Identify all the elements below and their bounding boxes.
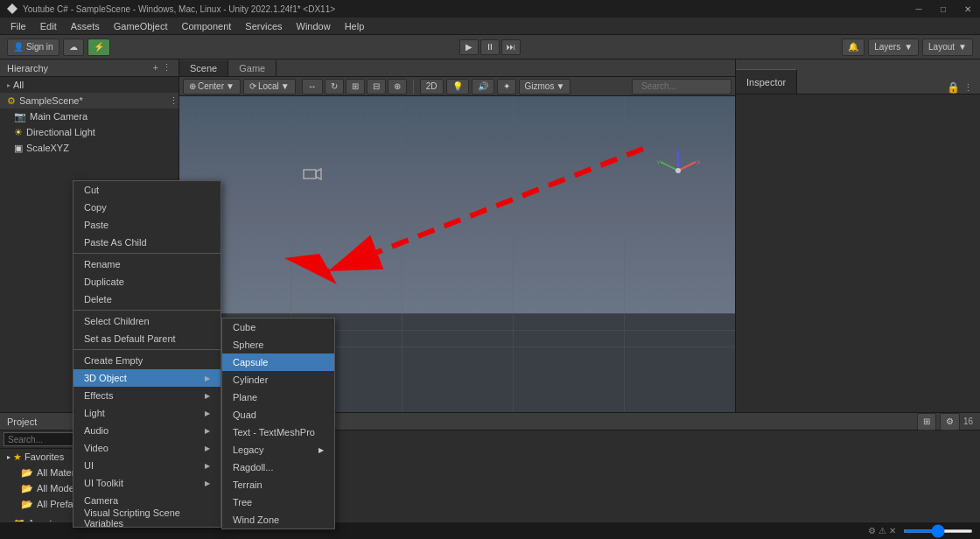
svg-text:X: X	[696, 158, 700, 166]
hierarchy-item-camera[interactable]: 📷 Main Camera	[0, 108, 178, 124]
ctx-paste-as-child[interactable]: Paste As Child	[74, 234, 220, 251]
ctx-cut[interactable]: Cut	[74, 181, 220, 199]
hierarchy-arrow-icon: ▸	[7, 81, 10, 89]
asset-settings[interactable]: ⚙	[940, 413, 960, 430]
ctx-sep-2	[74, 310, 220, 311]
sub-capsule[interactable]: Capsule	[222, 354, 334, 371]
ctx-sep-3	[74, 349, 220, 350]
transform-tool-all[interactable]: ⊕	[388, 79, 407, 94]
tab-scene[interactable]: Scene	[179, 60, 228, 76]
step-button[interactable]: ⏭	[501, 39, 521, 55]
hierarchy-item-scalexyz[interactable]: ▣ ScaleXYZ	[0, 140, 178, 156]
menu-component[interactable]: Component	[174, 18, 238, 34]
transform-tool-rotate[interactable]: ↻	[325, 79, 344, 94]
ctx-video-arrow: ▶	[205, 444, 210, 452]
sub-sphere[interactable]: Sphere	[222, 336, 334, 354]
layers-label: Layers	[874, 42, 900, 52]
sub-terrain[interactable]: Terrain	[222, 476, 334, 494]
inspector-lock-icon[interactable]: 🔒	[947, 81, 960, 94]
collab-icon[interactable]: 🔔	[842, 38, 864, 56]
sub-tree[interactable]: Tree	[222, 494, 334, 511]
scene-lighting[interactable]: 💡	[446, 79, 469, 94]
ctx-video[interactable]: Video ▶	[74, 439, 220, 457]
hierarchy-header: Hierarchy + ⋮	[0, 60, 178, 77]
center-local-toggle[interactable]: ⊕ Center ▼	[183, 79, 241, 94]
tab-game[interactable]: Game	[228, 60, 276, 76]
ctx-3d-object[interactable]: 3D Object ▶	[74, 369, 220, 387]
hierarchy-add-icon[interactable]: +	[153, 62, 158, 74]
scene-audio[interactable]: 🔊	[472, 79, 494, 94]
hierarchy-item-all[interactable]: ▸ All	[0, 77, 178, 93]
ctx-light[interactable]: Light ▶	[74, 404, 220, 422]
ctx-set-default-parent[interactable]: Set as Default Parent	[74, 330, 220, 347]
title-bar: Youtube C# - SampleScene - Windows, Mac,…	[0, 0, 980, 18]
ctx-ui[interactable]: UI ▶	[74, 457, 220, 474]
account-button[interactable]: 👤 Sign in	[7, 38, 60, 56]
scene-view-mode[interactable]: 2D	[420, 79, 444, 94]
sub-quad[interactable]: Quad	[222, 406, 334, 424]
scene-fx[interactable]: ✦	[497, 79, 516, 94]
sub-ragdoll[interactable]: Ragdoll...	[222, 458, 334, 476]
hierarchy-menu-icon[interactable]: ⋮	[162, 62, 172, 74]
hierarchy-item-light[interactable]: ☀ Directional Light	[0, 124, 178, 140]
ctx-select-children[interactable]: Select Children	[74, 312, 220, 330]
menu-services[interactable]: Services	[238, 18, 289, 34]
menu-edit[interactable]: Edit	[33, 18, 64, 34]
sub-textmeshpro[interactable]: Text - TextMeshPro	[222, 424, 334, 441]
menu-file[interactable]: File	[4, 18, 33, 34]
pause-button[interactable]: ⏸	[480, 39, 500, 55]
menu-gameobject[interactable]: GameObject	[107, 18, 175, 34]
hierarchy-item-scene[interactable]: ⚙ SampleScene* ⋮	[0, 93, 178, 108]
cloud-button[interactable]: ☁	[63, 38, 84, 56]
minimize-button[interactable]: ─	[906, 0, 931, 18]
asset-view-toggle[interactable]: ⊞	[917, 413, 936, 430]
svg-line-2	[678, 162, 696, 171]
sub-legacy[interactable]: Legacy ▶	[222, 441, 334, 458]
ctx-duplicate[interactable]: Duplicate	[74, 273, 220, 290]
ctx-create-empty[interactable]: Create Empty	[74, 352, 220, 369]
hierarchy-panel: Hierarchy + ⋮ ▸ All ⚙ SampleScene* ⋮ 📷 M…	[0, 60, 179, 430]
transform-tool-rect[interactable]: ⊟	[367, 79, 386, 94]
sub-wind-zone[interactable]: Wind Zone	[222, 511, 334, 528]
transform-tool-move[interactable]: ↔	[302, 79, 323, 94]
scene-search[interactable]	[632, 79, 732, 94]
layout-dropdown[interactable]: Layout ▼	[922, 38, 973, 56]
maximize-button[interactable]: □	[931, 0, 956, 18]
hierarchy-scene-menu[interactable]: ⋮	[169, 95, 178, 107]
ctx-effects-arrow: ▶	[205, 392, 210, 400]
close-button[interactable]: ✕	[956, 0, 980, 18]
scalexyz-icon: ▣	[14, 143, 23, 154]
svg-rect-0	[304, 170, 316, 178]
layers-dropdown[interactable]: Layers ▼	[868, 38, 919, 56]
collab-button[interactable]: ⚡	[88, 38, 110, 56]
favorites-label: Favorites	[24, 452, 64, 462]
ctx-delete[interactable]: Delete	[74, 290, 220, 308]
menu-assets[interactable]: Assets	[64, 18, 107, 34]
transform-tool-scale[interactable]: ⊞	[346, 79, 365, 94]
menu-help[interactable]: Help	[338, 18, 372, 34]
ctx-light-arrow: ▶	[205, 410, 210, 417]
main-content: Hierarchy + ⋮ ▸ All ⚙ SampleScene* ⋮ 📷 M…	[0, 60, 980, 430]
ctx-ui-toolkit[interactable]: UI Toolkit ▶	[74, 474, 220, 492]
ctx-paste[interactable]: Paste	[74, 216, 220, 234]
status-icons: ⚙ ⚠ ✕	[868, 526, 896, 536]
ctx-visual-scripting[interactable]: Visual Scripting Scene Variables	[74, 509, 220, 527]
ctx-camera[interactable]: Camera	[74, 492, 220, 509]
ctx-effects[interactable]: Effects ▶	[74, 387, 220, 404]
grid-h-1	[179, 313, 735, 314]
play-button[interactable]: ▶	[459, 39, 479, 55]
scene-search-input[interactable]	[638, 80, 725, 94]
sub-cylinder[interactable]: Cylinder	[222, 371, 334, 388]
local-toggle[interactable]: ⟳ Local ▼	[243, 79, 296, 94]
scene-gizmos[interactable]: Gizmos ▼	[519, 79, 571, 94]
menu-window[interactable]: Window	[290, 18, 338, 34]
ctx-audio[interactable]: Audio ▶	[74, 422, 220, 439]
sub-cube[interactable]: Cube	[222, 318, 334, 336]
status-slider[interactable]	[903, 529, 973, 533]
sub-plane[interactable]: Plane	[222, 388, 334, 406]
ctx-copy[interactable]: Copy	[74, 199, 220, 216]
tab-inspector[interactable]: Inspector	[736, 69, 797, 94]
ctx-rename[interactable]: Rename	[74, 256, 220, 273]
inspector-menu-icon[interactable]: ⋮	[963, 82, 973, 94]
ctx-3d-arrow: ▶	[205, 374, 210, 382]
